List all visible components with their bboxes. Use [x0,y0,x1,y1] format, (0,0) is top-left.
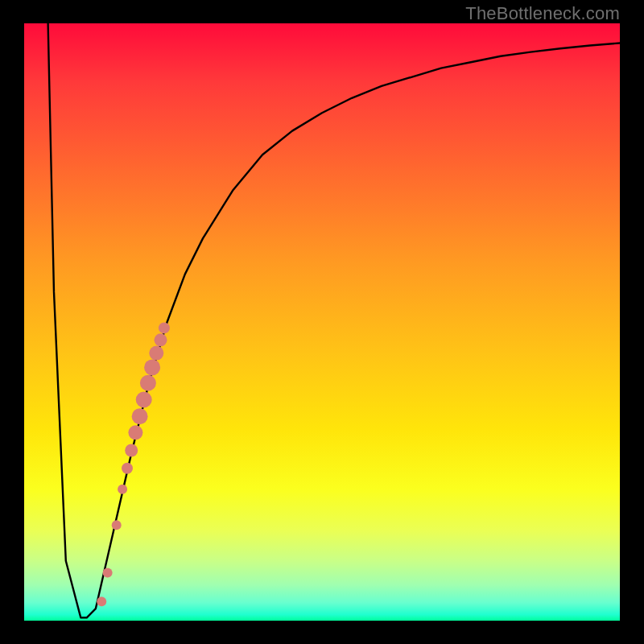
chart-marker [103,568,113,578]
watermark-text: TheBottleneck.com [465,3,620,24]
chart-markers [97,322,170,606]
chart-marker [118,485,127,494]
chart-marker [149,346,163,361]
chart-marker [122,463,133,474]
chart-marker [155,333,167,346]
chart-marker [132,408,148,424]
chart-marker [97,597,106,606]
bottleneck-curve [48,23,620,617]
chart-marker [128,425,142,440]
chart-svg [24,23,620,621]
chart-plot-area [24,23,620,621]
chart-marker [159,322,170,333]
chart-marker [140,375,156,391]
chart-frame: TheBottleneck.com [0,0,644,644]
chart-marker [125,444,138,457]
chart-marker [112,520,122,530]
chart-marker [144,359,160,375]
chart-marker [136,392,152,408]
